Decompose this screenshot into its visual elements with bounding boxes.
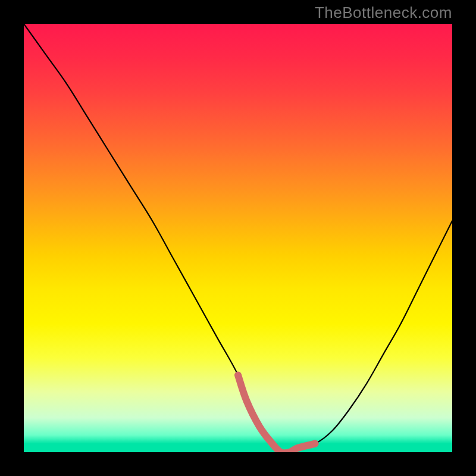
watermark-text: TheBottleneck.com [315, 4, 452, 22]
basin-highlight-path [238, 375, 315, 452]
bottleneck-curve-path [24, 24, 452, 452]
plot-area [24, 24, 452, 452]
curve-layer [24, 24, 452, 452]
bottleneck-chart: TheBottleneck.com [0, 0, 476, 476]
